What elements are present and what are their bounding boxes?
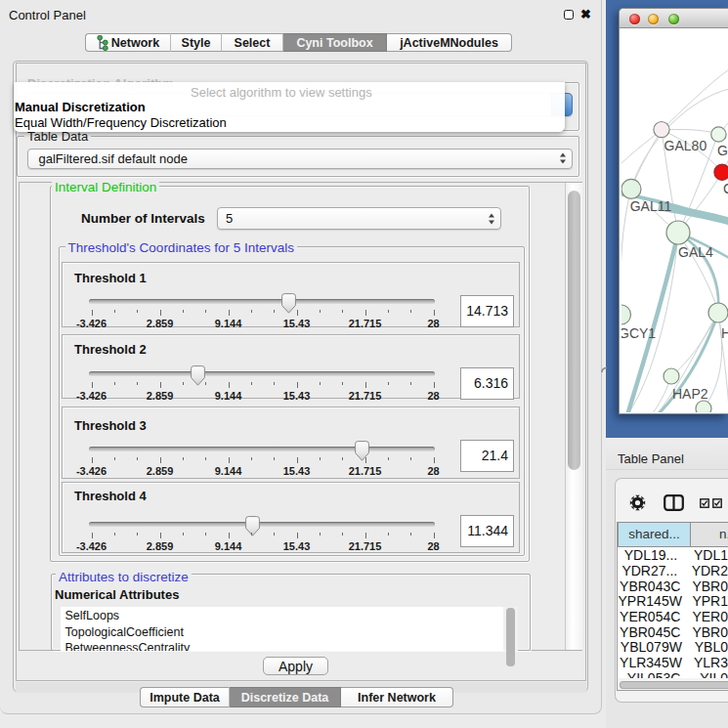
svg-text:GAL11: GAL11 (630, 198, 672, 214)
svg-text:CY: CY (723, 181, 728, 196)
svg-text:GA: GA (717, 143, 728, 158)
svg-text:HAP2: HAP2 (672, 386, 708, 402)
svg-text:GAL4: GAL4 (678, 244, 713, 260)
svg-text:GAL80: GAL80 (664, 138, 707, 153)
svg-text:HA: HA (721, 325, 728, 341)
svg-text:GCY1: GCY1 (621, 325, 656, 341)
